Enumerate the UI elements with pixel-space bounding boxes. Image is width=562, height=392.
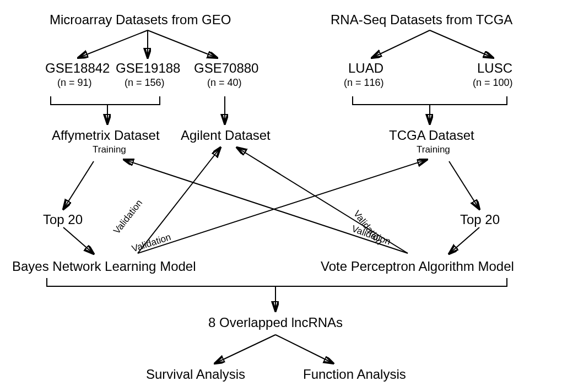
svg-line-18 [275, 335, 333, 363]
tcga-ds-name: TCGA Dataset [389, 128, 474, 143]
affymetrix-training: Training [93, 144, 126, 155]
gse19188-name: GSE19188 [116, 61, 180, 76]
header-geo: Microarray Datasets from GEO [50, 12, 231, 28]
top20-right: Top 20 [460, 212, 500, 227]
agilent-name: Agilent Dataset [181, 128, 271, 143]
validation-1: Validation [111, 198, 145, 236]
svg-line-17 [215, 335, 275, 363]
svg-line-4 [430, 30, 493, 58]
header-tcga: RNA-Seq Datasets from TCGA [331, 12, 512, 28]
svg-line-10 [449, 161, 479, 209]
lusc-name: LUSC [477, 61, 512, 76]
validation-2: Validation [131, 232, 172, 255]
gse18842-name: GSE18842 [45, 61, 110, 76]
vote-model: Vote Perceptron Algorithm Model [321, 259, 514, 274]
gse70880-name: GSE70880 [194, 61, 258, 76]
gse70880-n: (n = 40) [207, 77, 242, 89]
lusc-n: (n = 100) [473, 77, 513, 89]
function-analysis: Function Analysis [303, 367, 406, 382]
gse18842-n: (n = 91) [57, 77, 92, 89]
bayes-model: Bayes Network Learning Model [12, 259, 196, 274]
luad-name: LUAD [348, 61, 383, 76]
affymetrix-name: Affymetrix Dataset [52, 128, 160, 143]
svg-line-8 [63, 161, 94, 209]
top20-left: Top 20 [43, 212, 83, 227]
survival-analysis: Survival Analysis [146, 367, 245, 382]
gse19188-n: (n = 156) [125, 77, 165, 89]
svg-line-3 [372, 30, 430, 58]
svg-line-2 [148, 30, 217, 58]
svg-line-9 [63, 227, 94, 254]
luad-n: (n = 116) [344, 77, 384, 89]
tcga-ds-training: Training [417, 144, 450, 155]
svg-line-11 [449, 227, 479, 254]
svg-line-0 [78, 30, 148, 58]
overlap: 8 Overlapped lncRNAs [208, 315, 343, 330]
